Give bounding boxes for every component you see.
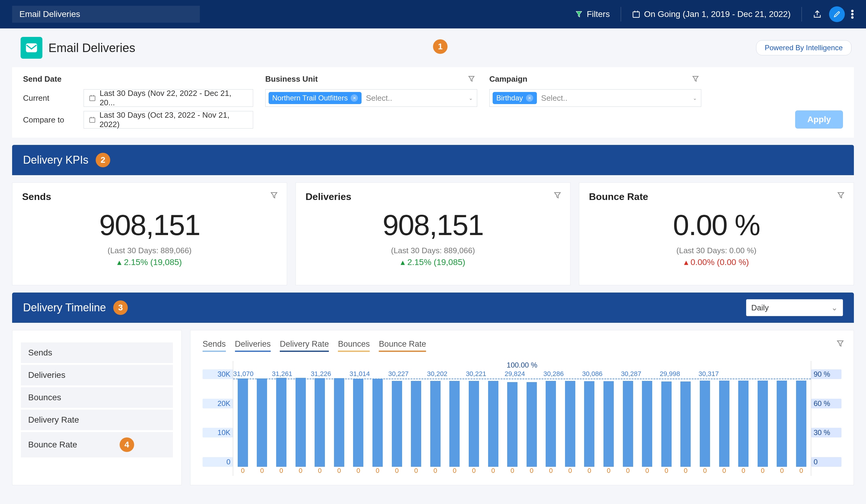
chart-bar[interactable] — [777, 380, 787, 467]
kpi-row: Sends 908,151 (Last 30 Days: 889,066) ▴ … — [12, 182, 854, 285]
edit-button[interactable] — [829, 7, 845, 22]
legend-bounce-rate[interactable]: Bounce Rate — [379, 340, 426, 352]
kpi-card: Sends 908,151 (Last 30 Days: 889,066) ▴ … — [12, 182, 287, 285]
svg-rect-7 — [90, 96, 95, 101]
chevron-down-icon: ⌄ — [831, 303, 838, 312]
kpi-filter-icon[interactable] — [270, 191, 278, 201]
chart-bar[interactable] — [526, 382, 537, 467]
page-header: Email Deliveries 1 Powered By Intelligen… — [0, 28, 866, 67]
campaign-select[interactable]: Birthday× Select.. ⌄ — [489, 89, 701, 107]
section-title: Delivery KPIs — [23, 154, 88, 167]
svg-point-3 — [852, 10, 854, 12]
granularity-select[interactable]: Daily ⌄ — [746, 299, 843, 316]
timeline-chart-panel: Sends Deliveries Delivery Rate Bounces B… — [190, 330, 854, 485]
kpi-filter-icon[interactable] — [837, 191, 845, 201]
kpi-filter-icon[interactable] — [553, 191, 562, 201]
kpi-title: Bounce Rate — [589, 191, 844, 202]
chart-bar[interactable] — [238, 378, 248, 467]
email-icon — [21, 37, 42, 59]
timeline-metric-item[interactable]: Bounces — [21, 387, 173, 408]
legend-delivery-rate[interactable]: Delivery Rate — [280, 340, 329, 352]
bu-filter-icon[interactable] — [467, 75, 475, 84]
more-menu[interactable] — [845, 7, 854, 22]
chart-bar[interactable] — [758, 380, 768, 467]
chart-bar[interactable] — [469, 381, 479, 467]
bu-chip[interactable]: Northern Trail Outfitters× — [269, 92, 362, 104]
chevron-down-icon: ⌄ — [693, 95, 697, 101]
campaign-chip[interactable]: Birthday× — [493, 92, 537, 104]
remove-chip-icon[interactable]: × — [351, 94, 358, 102]
legend-deliveries[interactable]: Deliveries — [235, 340, 271, 352]
timeline-metric-item[interactable]: Deliveries — [21, 365, 173, 386]
kpi-delta: ▴ 2.15% (19,085) — [306, 257, 560, 267]
chart-bar[interactable] — [738, 380, 748, 467]
share-button[interactable] — [806, 7, 829, 21]
legend-bounces[interactable]: Bounces — [338, 340, 370, 352]
kpi-title: Deliveries — [306, 191, 560, 202]
campaign-label: Campaign — [489, 75, 701, 84]
timeline-chart: 30K20K10K0 100.00 % 31,07031,26131,22631… — [202, 361, 842, 476]
timeline-metric-item[interactable]: Delivery Rate — [21, 410, 173, 430]
chart-bar[interactable] — [488, 381, 498, 467]
kpi-value: 0.00 % — [589, 208, 844, 242]
campaign-filter-icon[interactable] — [691, 75, 699, 84]
chart-legend: Sends Deliveries Delivery Rate Bounces B… — [202, 340, 842, 352]
chart-filter-icon[interactable] — [836, 340, 844, 349]
chart-bar[interactable] — [603, 381, 614, 467]
business-unit-label: Business Unit — [265, 75, 477, 84]
remove-chip-icon[interactable]: × — [526, 94, 533, 102]
svg-point-4 — [852, 13, 854, 15]
business-unit-select[interactable]: Northern Trail Outfitters× Select.. ⌄ — [265, 89, 477, 107]
chart-bar[interactable] — [565, 381, 575, 467]
kpi-title: Sends — [22, 191, 277, 202]
chart-bar[interactable] — [373, 379, 383, 467]
page-title-input[interactable] — [12, 6, 200, 23]
kpi-subtext: (Last 30 Days: 889,066) — [22, 246, 277, 255]
chart-bar[interactable] — [623, 381, 633, 467]
annotation-4: 4 — [120, 437, 134, 452]
chart-bar[interactable] — [296, 378, 306, 467]
filters-button[interactable]: Filters — [567, 7, 617, 22]
kpi-subtext: (Last 30 Days: 0.00 %) — [589, 246, 844, 255]
chart-bar[interactable] — [661, 381, 671, 467]
chart-bar[interactable] — [430, 381, 441, 467]
chart-bar[interactable] — [507, 382, 518, 467]
chart-bar[interactable] — [449, 381, 460, 467]
timeline-metric-list: SendsDeliveriesBouncesDelivery RateBounc… — [12, 330, 182, 485]
current-date-input[interactable]: Last 30 Days (Nov 22, 2022 - Dec 21, 20.… — [84, 89, 253, 107]
chart-bar[interactable] — [257, 378, 267, 467]
chart-bar[interactable] — [584, 381, 595, 467]
chart-bar[interactable] — [796, 380, 806, 467]
chart-bar[interactable] — [314, 378, 325, 467]
chart-bar[interactable] — [353, 379, 363, 467]
powered-by-button[interactable]: Powered By Intelligence — [756, 40, 852, 55]
timeline-metric-item[interactable]: Sends — [21, 342, 173, 363]
chart-plot-area: 100.00 % 31,07031,26131,22631,01430,2273… — [233, 361, 811, 476]
chart-bar[interactable] — [546, 381, 556, 467]
chart-bar[interactable] — [680, 381, 691, 467]
page-title: Email Deliveries — [48, 41, 135, 55]
timeline-body: SendsDeliveriesBouncesDelivery RateBounc… — [12, 330, 854, 485]
svg-rect-0 — [633, 12, 639, 18]
section-title: Delivery Timeline — [23, 301, 106, 314]
chart-bar[interactable] — [392, 381, 402, 467]
chart-bar[interactable] — [334, 378, 344, 467]
kpi-value: 908,151 — [22, 208, 277, 242]
delivery-kpis-header: Delivery KPIs 2 — [12, 145, 854, 175]
chart-bar[interactable] — [276, 378, 287, 467]
compare-date-input[interactable]: Last 30 Days (Oct 23, 2022 - Nov 21, 202… — [84, 111, 253, 128]
chart-bar[interactable] — [411, 381, 421, 467]
annotation-1: 1 — [433, 39, 447, 54]
chart-bar[interactable] — [642, 381, 652, 467]
legend-sends[interactable]: Sends — [202, 340, 226, 352]
chart-bar[interactable] — [719, 380, 730, 467]
apply-button[interactable]: Apply — [795, 111, 843, 128]
svg-point-5 — [852, 16, 854, 19]
date-range-button[interactable]: On Going (Jan 1, 2019 - Dec 21, 2022) — [625, 7, 798, 22]
chart-bar[interactable] — [700, 380, 710, 467]
filters-label: Filters — [587, 9, 610, 19]
kpi-value: 908,151 — [306, 208, 560, 242]
timeline-metric-item[interactable]: Bounce Rate4 — [21, 432, 173, 457]
kpi-card: Deliveries 908,151 (Last 30 Days: 889,06… — [296, 182, 570, 285]
date-range-label: On Going (Jan 1, 2019 - Dec 21, 2022) — [644, 9, 791, 19]
